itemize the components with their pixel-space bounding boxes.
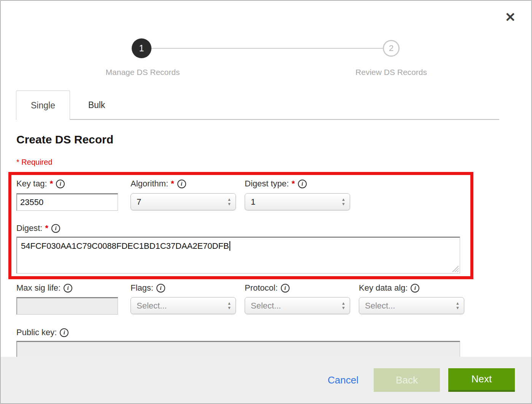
algorithm-select-value: 7 [137,197,141,207]
public-key-label: Public key: i [16,327,68,338]
protocol-select-value: Select... [251,301,281,311]
digest-required-asterisk: * [45,223,48,233]
info-icon[interactable]: i [64,284,72,293]
key-tag-required-asterisk: * [50,179,53,189]
step-1-circle: 1 [132,38,151,58]
step-2-circle: 2 [383,40,400,57]
digest-label-text: Digest: [16,223,42,233]
key-data-alg-select[interactable]: Select... ▲▼ [359,297,464,314]
step-1-label: Manage DS Records [82,68,204,77]
flags-label: Flags: i [131,282,165,294]
stepper-connector-line [142,48,391,49]
info-icon[interactable]: i [411,284,419,293]
info-icon[interactable]: i [51,224,60,233]
digest-type-label: Digest type: * i [245,178,307,189]
flags-select-value: Select... [137,301,167,311]
digest-type-select[interactable]: 1 ▲▼ [245,193,350,210]
modal-footer: Cancel Back Next [1,357,531,403]
protocol-label: Protocol: i [245,282,290,294]
step-2-label: Review DS Records [330,68,452,77]
key-tag-label-text: Key tag: [16,179,47,189]
digest-textarea[interactable]: 54FCF030AA1C79C0088FDEC1BD1C37DAA2E70DFB [16,237,460,274]
page-title: Create DS Record [16,133,113,146]
digest-label: Digest: * i [16,223,60,234]
flags-label-text: Flags: [131,283,153,293]
key-data-alg-select-value: Select... [365,301,395,311]
tab-bulk[interactable]: Bulk [70,91,123,119]
text-caret [229,241,230,251]
info-icon[interactable]: i [298,180,307,188]
protocol-select[interactable]: Select... ▲▼ [245,297,350,314]
next-button[interactable]: Next [448,368,515,392]
algorithm-select[interactable]: 7 ▲▼ [131,193,236,210]
max-sig-life-label: Max sig life: i [16,282,72,294]
info-icon[interactable]: i [177,180,186,188]
key-data-alg-label-text: Key data alg: [359,283,408,293]
select-spinner-icon: ▲▼ [456,301,460,310]
close-icon[interactable]: ✕ [502,8,519,26]
info-icon[interactable]: i [56,180,65,188]
select-spinner-icon: ▲▼ [341,197,346,206]
select-spinner-icon: ▲▼ [341,301,346,310]
max-sig-life-label-text: Max sig life: [16,283,61,293]
key-tag-label: Key tag: * i [16,178,65,189]
algorithm-label: Algorithm: * i [131,178,186,189]
tab-single[interactable]: Single [16,91,70,120]
required-note: * Required [16,158,53,167]
flags-select[interactable]: Select... ▲▼ [131,297,236,314]
key-data-alg-label: Key data alg: i [359,282,419,294]
protocol-label-text: Protocol: [245,283,278,293]
key-tag-input[interactable] [16,193,118,211]
digest-value: 54FCF030AA1C79C0088FDEC1BD1C37DAA2E70DFB [21,241,229,251]
algorithm-label-text: Algorithm: [131,179,168,189]
back-button[interactable]: Back [374,368,440,392]
digest-type-required-asterisk: * [291,179,295,189]
resize-handle-icon[interactable] [452,266,459,272]
tab-bar-underline [70,119,499,120]
cancel-button[interactable]: Cancel [328,374,358,386]
public-key-label-text: Public key: [16,328,57,337]
digest-type-label-text: Digest type: [245,179,289,189]
info-icon[interactable]: i [60,328,68,337]
select-spinner-icon: ▲▼ [227,197,231,206]
digest-type-select-value: 1 [251,197,255,207]
info-icon[interactable]: i [156,284,165,293]
select-spinner-icon: ▲▼ [227,301,231,310]
info-icon[interactable]: i [281,284,290,293]
algorithm-required-asterisk: * [171,179,174,189]
max-sig-life-input[interactable] [16,297,118,315]
